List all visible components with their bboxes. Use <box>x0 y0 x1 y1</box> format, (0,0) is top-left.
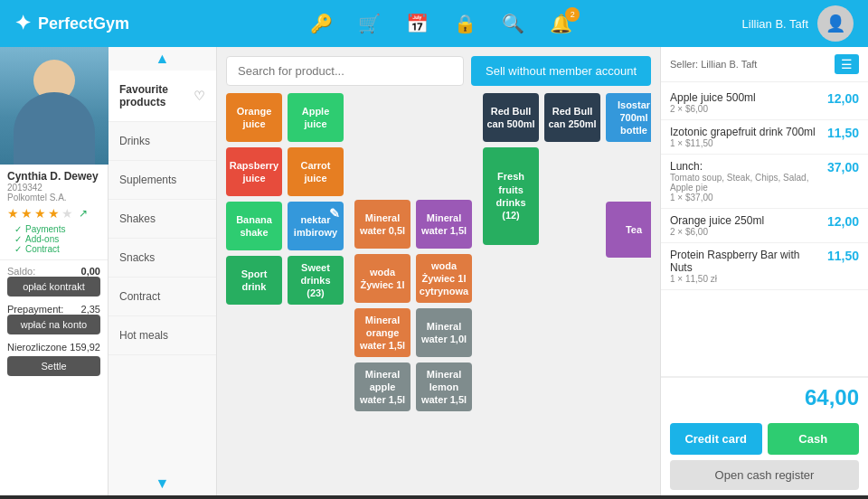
credit-card-button[interactable]: Credit card <box>670 423 762 455</box>
key-icon[interactable]: 🔑 <box>310 13 333 34</box>
sidebar-item-drinks[interactable]: Drinks <box>108 122 216 161</box>
user-area: Lillian B. Taft 👤 <box>742 5 854 42</box>
star-1: ★ <box>7 206 19 221</box>
order-item-protein-bar-price: 11,50 <box>818 249 859 263</box>
product-mineral-apple-water[interactable]: Mineral apple water 1,5l <box>354 362 410 411</box>
product-mineral-lemon-water[interactable]: Mineral lemon water 1,5l <box>416 362 472 411</box>
product-rapsberry-juice[interactable]: Rapsberry juice <box>226 147 282 196</box>
order-item-protein-bar: Protein Raspberry Bar with Nuts 1 × 11,5… <box>661 243 868 290</box>
product-mineral-water-05[interactable]: Mineral water 0,5l <box>354 200 410 249</box>
star-3: ★ <box>34 206 46 221</box>
status-checklist: ✓ Payments ✓ Add-ons ✓ Contract <box>7 224 100 254</box>
product-banana-shake[interactable]: Banana shake <box>226 202 282 250</box>
trend-icon: ↗ <box>79 207 88 220</box>
wplac-na-konto-button[interactable]: wpłać na konto <box>7 315 100 334</box>
order-item-lunch: Lunch: Tomato soup, Steak, Chips, Salad,… <box>661 155 868 209</box>
cart-icon[interactable]: 🛒 <box>358 13 381 34</box>
product-mineral-water-15[interactable]: Mineral water 1,5l <box>416 200 472 249</box>
search-icon[interactable]: 🔍 <box>502 13 524 34</box>
product-woda-zywiec-cytrynowa[interactable]: woda Żywiec 1l cytrynowa <box>416 254 472 303</box>
order-item-grapefruit-price: 11,50 <box>818 126 859 140</box>
payments-status: ✓ Payments <box>14 224 93 234</box>
order-item-apple-juice-detail: 2 × $6,00 <box>670 104 756 114</box>
addons-status: ✓ Add-ons <box>14 234 93 244</box>
product-woda-zywiec-1l[interactable]: woda Żywiec 1l <box>354 254 410 303</box>
product-sport-drink[interactable]: Sport drink <box>226 256 282 305</box>
sidebar-item-suplements[interactable]: Suplements <box>108 161 216 200</box>
product-redbull-250[interactable]: Red Bull can 250ml <box>544 93 600 142</box>
order-item-protein-bar-name: Protein Raspberry Bar with Nuts <box>670 249 818 274</box>
order-panel: ‹ Seller: Lillian B. Taft ☰ Apple juice … <box>660 47 868 495</box>
product-col-2: Apple juice Carrot juice ✎nektar imbirow… <box>288 93 344 305</box>
sidebar-down-arrow[interactable]: ▼ <box>108 472 216 495</box>
order-item-apple-juice-name: Apple juice 500ml <box>670 91 756 104</box>
user-name: Lillian B. Taft <box>742 17 808 31</box>
order-item-orange-juice: Orange juice 250ml 2 × $6,00 12,00 <box>661 209 868 243</box>
prepayment-row: Prepayment: 2,35 <box>7 304 100 315</box>
product-apple-juice[interactable]: Apple juice <box>288 93 344 142</box>
order-item-apple-juice: Apple juice 500ml 2 × $6,00 12,00 <box>661 86 868 120</box>
bell-icon[interactable]: 🔔 2 <box>550 13 572 34</box>
sidebar-contract-label: Contract <box>119 290 160 303</box>
top-navigation: ✦ PerfectGym 🔑 🛒 📅 🔒 🔍 🔔 2 Lillian B. Ta… <box>0 0 868 47</box>
product-nektar-imbirowy[interactable]: ✎nektar imbirowy <box>288 202 344 250</box>
order-total: 64,00 <box>661 376 868 418</box>
nav-icons: 🔑 🛒 📅 🔒 🔍 🔔 2 <box>170 13 713 34</box>
order-item-orange-juice-name: Orange juice 250ml <box>670 214 764 227</box>
balance-section: Saldo: 0,00 opłać kontrakt Prepayment: 2… <box>0 259 108 381</box>
sidebar-up-arrow[interactable]: ▲ <box>108 47 216 71</box>
nierozliczone-row: Nierozliczone 159,92 <box>7 342 100 353</box>
open-cash-register-button[interactable]: Open cash register <box>670 460 859 490</box>
star-rating: ★ ★ ★ ★ ★ ↗ <box>7 206 100 221</box>
product-col-1: Orange juice Rapsberry juice Banana shak… <box>226 93 282 305</box>
settle-button[interactable]: Settle <box>7 356 100 376</box>
sidebar-item-snacks[interactable]: Snacks <box>108 239 216 278</box>
oplac-kontrakt-button[interactable]: opłać kontrakt <box>7 277 100 297</box>
order-item-orange-juice-detail: 2 × $6,00 <box>670 227 764 237</box>
lock-icon[interactable]: 🔒 <box>454 13 476 34</box>
bottom-bar: ONLINE DRUKUJĘ DOKUMENT: UMOWA KG_201501… <box>0 495 868 499</box>
product-mineral-orange-water[interactable]: Mineral orange water 1,5l <box>354 308 410 357</box>
order-item-orange-juice-info: Orange juice 250ml 2 × $6,00 <box>670 214 764 237</box>
saldo-row: Saldo: 0,00 <box>7 266 100 277</box>
star-4: ★ <box>48 206 60 221</box>
user-avatar[interactable]: 👤 <box>817 5 854 42</box>
product-mineral-water-10[interactable]: Mineral water 1,0l <box>416 308 472 357</box>
product-col-7: Isostar 700ml bottle Tea <box>606 93 651 258</box>
product-col-3: Mineral water 0,5l woda Żywiec 1l Minera… <box>354 200 410 411</box>
order-item-lunch-name: Lunch: <box>670 160 818 173</box>
order-item-lunch-price: 37,00 <box>818 160 859 174</box>
sidebar-item-shakes[interactable]: Shakes <box>108 200 216 239</box>
order-menu-button[interactable]: ☰ <box>835 54 859 74</box>
product-isostar-700[interactable]: Isostar 700ml bottle <box>606 93 651 142</box>
products-panel: Sell without member account Orange juice… <box>217 47 660 495</box>
product-carrot-juice[interactable]: Carrot juice <box>288 147 344 196</box>
order-item-apple-juice-price: 12,00 <box>818 91 859 106</box>
product-redbull-500[interactable]: Red Bull can 500ml <box>483 93 539 142</box>
product-sweet-drinks[interactable]: Sweet drinks (23) <box>288 256 344 305</box>
order-item-grapefruit-info: Izotonic grapefruit drink 700ml 1 × $11,… <box>670 126 816 148</box>
sidebar-item-contract[interactable]: Contract <box>108 278 216 316</box>
order-item-orange-juice-price: 12,00 <box>818 214 859 229</box>
product-tea[interactable]: Tea <box>606 202 651 258</box>
customer-name: Cynthia D. Dewey <box>7 170 100 183</box>
logo-icon: ✦ <box>14 12 31 35</box>
order-item-protein-bar-info: Protein Raspberry Bar with Nuts 1 × 11,5… <box>670 249 818 284</box>
search-sell-row: Sell without member account <box>226 56 651 86</box>
customer-id: 2019342 <box>7 183 100 193</box>
sidebar-favourite-label: Favourite products <box>119 83 193 108</box>
nierozliczone-value: 159,92 <box>70 342 100 353</box>
search-input[interactable] <box>226 56 464 86</box>
sidebar-item-hot-meals[interactable]: Hot meals <box>108 316 216 355</box>
order-item-grapefruit: Izotonic grapefruit drink 700ml 1 × $11,… <box>661 120 868 155</box>
sidebar-snacks-label: Snacks <box>119 251 155 264</box>
order-items-list: Apple juice 500ml 2 × $6,00 12,00 Izoton… <box>661 82 868 376</box>
cash-button[interactable]: Cash <box>768 423 860 455</box>
product-fresh-fruits[interactable]: Fresh fruits drinks (12) <box>483 147 539 245</box>
product-orange-juice[interactable]: Orange juice <box>226 93 282 142</box>
star-5: ★ <box>61 206 73 221</box>
prepayment-value: 2,35 <box>81 304 100 315</box>
sidebar-item-favourite[interactable]: Favourite products ♡ <box>108 71 216 122</box>
sell-without-member-button[interactable]: Sell without member account <box>471 56 651 86</box>
calendar-icon[interactable]: 📅 <box>406 13 429 34</box>
